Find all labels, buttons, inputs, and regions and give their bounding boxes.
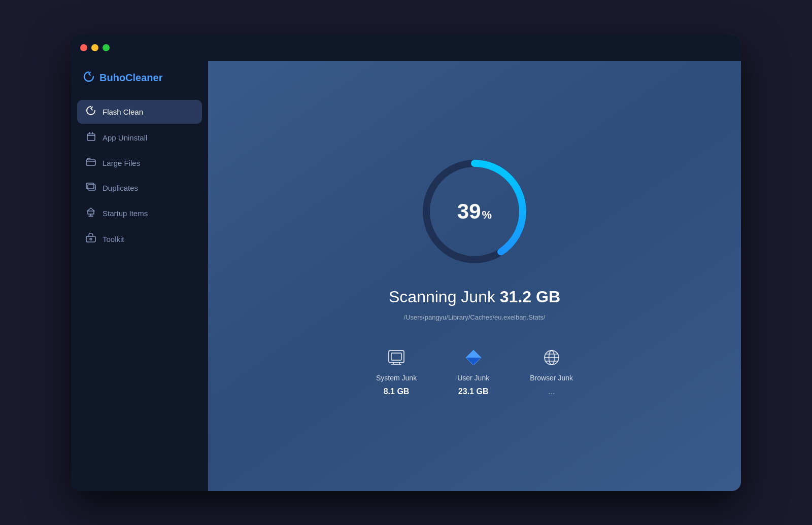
user-junk-value: 23.1 GB	[458, 387, 489, 396]
svg-rect-4	[86, 236, 95, 242]
scanning-label: Scanning Junk	[389, 288, 495, 306]
sidebar-item-toolkit[interactable]: Toolkit	[77, 227, 202, 251]
scanning-size: 31.2 GB	[500, 288, 560, 306]
main-content: 39% Scanning Junk 31.2 GB /Users/pangyu/…	[208, 34, 741, 491]
sidebar: BuhoCleaner Flash Clean	[71, 34, 208, 491]
percent-display: 39%	[457, 199, 492, 224]
traffic-lights	[80, 44, 110, 51]
logo-text: BuhoCleaner	[99, 72, 162, 84]
large-files-icon	[85, 158, 96, 168]
duplicates-icon	[85, 183, 96, 193]
svg-rect-7	[391, 353, 401, 360]
user-junk-icon	[462, 346, 485, 369]
large-files-label: Large Files	[103, 159, 140, 167]
svg-rect-1	[86, 160, 95, 165]
browser-junk-value: ...	[548, 387, 555, 396]
system-junk-icon	[385, 346, 408, 369]
app-uninstall-label: App Uninstall	[103, 133, 147, 142]
sidebar-item-flash-clean[interactable]: Flash Clean	[77, 100, 202, 124]
duplicates-label: Duplicates	[103, 184, 138, 192]
minimize-button[interactable]	[91, 44, 98, 51]
stat-system-junk: System Junk 8.1 GB	[376, 346, 417, 396]
nav-items: Flash Clean App Uninstall	[71, 100, 208, 251]
app-window: BuhoCleaner Flash Clean	[71, 34, 741, 491]
stats-row: System Junk 8.1 GB User Junk 23.1 GB	[376, 346, 573, 396]
system-junk-label: System Junk	[376, 374, 417, 382]
titlebar	[71, 34, 741, 61]
toolkit-label: Toolkit	[103, 235, 124, 243]
system-junk-value: 8.1 GB	[384, 387, 410, 396]
sidebar-item-startup-items[interactable]: Startup Items	[77, 201, 202, 225]
user-junk-label: User Junk	[457, 374, 489, 382]
svg-rect-0	[87, 134, 95, 141]
toolkit-icon	[85, 233, 96, 245]
logo-icon	[83, 71, 94, 85]
sidebar-item-duplicates[interactable]: Duplicates	[77, 177, 202, 199]
scanning-title: Scanning Junk 31.2 GB	[389, 288, 560, 306]
browser-junk-icon	[540, 346, 563, 369]
sidebar-item-large-files[interactable]: Large Files	[77, 152, 202, 174]
close-button[interactable]	[80, 44, 87, 51]
sidebar-item-app-uninstall[interactable]: App Uninstall	[77, 126, 202, 150]
maximize-button[interactable]	[103, 44, 110, 51]
browser-junk-label: Browser Junk	[530, 374, 573, 382]
flash-clean-icon	[85, 106, 96, 118]
stat-browser-junk: Browser Junk ...	[530, 346, 573, 396]
scanning-path: /Users/pangyu/Library/Caches/eu.exelban.…	[404, 313, 546, 321]
percent-value: 39	[457, 199, 481, 224]
startup-items-icon	[85, 207, 96, 219]
startup-items-label: Startup Items	[103, 209, 148, 218]
svg-rect-5	[90, 238, 92, 240]
stat-user-junk: User Junk 23.1 GB	[457, 346, 489, 396]
progress-ring-container: 39%	[419, 156, 530, 267]
app-uninstall-icon	[85, 132, 96, 144]
logo-area: BuhoCleaner	[71, 61, 208, 100]
flash-clean-label: Flash Clean	[103, 108, 143, 116]
percent-symbol: %	[482, 208, 492, 222]
